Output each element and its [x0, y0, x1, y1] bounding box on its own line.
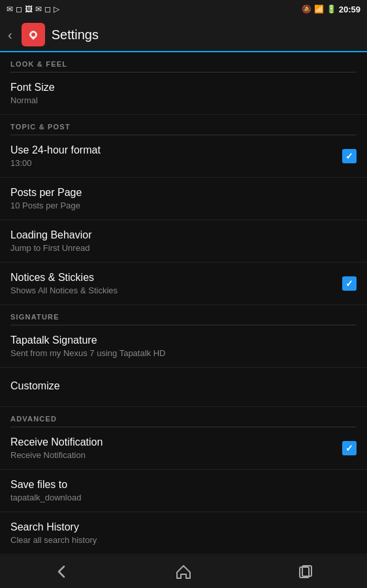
setting-text-posts-per-page: Posts per Page 10 Posts per Page: [10, 187, 357, 210]
setting-subtitle-search-history: Clear all search history: [10, 535, 357, 545]
status-bar: ✉ ◻ 🖼 ✉ ◻ ▷ 🔕 📶 🔋 20:59: [0, 0, 367, 18]
section-header-look-feel: LOOK & FEEL: [0, 52, 367, 72]
back-arrow-icon[interactable]: ‹: [8, 27, 12, 42]
setting-title-24hour: Use 24-hour format: [10, 144, 342, 156]
setting-subtitle-receive-notification: Receive Notification: [10, 450, 342, 460]
battery-icon: 🔋: [327, 5, 336, 14]
setting-text-receive-notification: Receive Notification Receive Notificatio…: [10, 436, 342, 460]
notification-icon: ✉: [7, 5, 13, 14]
setting-row-notices-stickies[interactable]: Notices & Stickies Shows All Notices & S…: [0, 263, 367, 305]
setting-text-loading-behavior: Loading Behavior Jump to First Unread: [10, 229, 357, 253]
setting-subtitle-24hour: 13:00: [10, 158, 342, 168]
setting-row-customize[interactable]: Customize: [0, 368, 367, 407]
svg-point-1: [31, 33, 35, 37]
recent-icon: [296, 563, 315, 581]
setting-title-posts-per-page: Posts per Page: [10, 187, 357, 199]
setting-title-loading-behavior: Loading Behavior: [10, 229, 357, 241]
setting-subtitle-posts-per-page: 10 Posts per Page: [10, 201, 357, 210]
toolbar: ‹ Settings: [0, 18, 367, 52]
checkbox-notices-stickies[interactable]: [342, 276, 357, 291]
setting-subtitle-notices-stickies: Shows All Notices & Stickies: [10, 286, 342, 295]
nav-recent-button[interactable]: [289, 560, 322, 583]
notification-icon-5: ◻: [44, 5, 51, 14]
settings-content: LOOK & FEEL Font Size Normal TOPIC & POS…: [0, 52, 367, 555]
setting-title-search-history: Search History: [10, 521, 357, 533]
setting-subtitle-save-files: tapatalk_download: [10, 493, 357, 502]
setting-text-save-files: Save files to tapatalk_download: [10, 479, 357, 502]
setting-row-24hour[interactable]: Use 24-hour format 13:00: [0, 135, 367, 178]
setting-text-notices-stickies: Notices & Stickies Shows All Notices & S…: [10, 272, 342, 295]
nav-home-button[interactable]: [167, 560, 200, 583]
status-time: 20:59: [339, 5, 360, 14]
setting-text-search-history: Search History Clear all search history: [10, 521, 357, 545]
wifi-icon: 📶: [314, 5, 324, 14]
notification-icon-6: ▷: [54, 5, 59, 14]
setting-row-loading-behavior[interactable]: Loading Behavior Jump to First Unread: [0, 220, 367, 263]
setting-row-receive-notification[interactable]: Receive Notification Receive Notificatio…: [0, 427, 367, 470]
setting-title-receive-notification: Receive Notification: [10, 436, 342, 448]
app-logo-icon: [22, 23, 45, 46]
setting-text-font-size: Font Size Normal: [10, 82, 357, 105]
setting-text-customize: Customize: [10, 380, 357, 394]
setting-text-24hour: Use 24-hour format 13:00: [10, 144, 342, 168]
status-bar-left-icons: ✉ ◻ 🖼 ✉ ◻ ▷: [7, 5, 59, 14]
checkbox-24hour[interactable]: [342, 149, 357, 163]
nav-bar: [0, 555, 367, 588]
setting-row-font-size[interactable]: Font Size Normal: [0, 73, 367, 115]
setting-subtitle-loading-behavior: Jump to First Unread: [10, 243, 357, 253]
section-header-topic-post: TOPIC & POST: [0, 115, 367, 135]
setting-title-save-files: Save files to: [10, 479, 357, 491]
section-header-advanced: ADVANCED: [0, 407, 367, 427]
setting-title-notices-stickies: Notices & Stickies: [10, 272, 342, 284]
back-icon: [52, 563, 71, 581]
setting-row-tapatalk-signature[interactable]: Tapatalk Signature Sent from my Nexus 7 …: [0, 325, 367, 368]
setting-title-font-size: Font Size: [10, 82, 357, 93]
notification-icon-2: ◻: [16, 5, 22, 14]
section-header-signature: SIGNATURE: [0, 305, 367, 325]
home-icon: [174, 563, 193, 581]
svg-marker-2: [177, 566, 190, 578]
notification-icon-4: ✉: [35, 5, 42, 14]
setting-row-posts-per-page[interactable]: Posts per Page 10 Posts per Page: [0, 178, 367, 220]
notification-icon-3: 🖼: [25, 5, 33, 14]
setting-title-customize: Customize: [10, 380, 357, 392]
setting-text-tapatalk-signature: Tapatalk Signature Sent from my Nexus 7 …: [10, 335, 357, 358]
checkbox-receive-notification[interactable]: [342, 441, 357, 455]
setting-subtitle-font-size: Normal: [10, 95, 357, 105]
setting-title-tapatalk-signature: Tapatalk Signature: [10, 335, 357, 346]
toolbar-title: Settings: [52, 27, 99, 42]
setting-row-save-files[interactable]: Save files to tapatalk_download: [0, 470, 367, 512]
status-bar-right-icons: 🔕 📶 🔋 20:59: [302, 5, 360, 14]
nav-back-button[interactable]: [45, 560, 78, 583]
setting-row-search-history[interactable]: Search History Clear all search history: [0, 512, 367, 555]
setting-subtitle-tapatalk-signature: Sent from my Nexus 7 using Tapatalk HD: [10, 348, 357, 358]
logo-svg: [25, 27, 41, 42]
mute-icon: 🔕: [302, 5, 311, 14]
